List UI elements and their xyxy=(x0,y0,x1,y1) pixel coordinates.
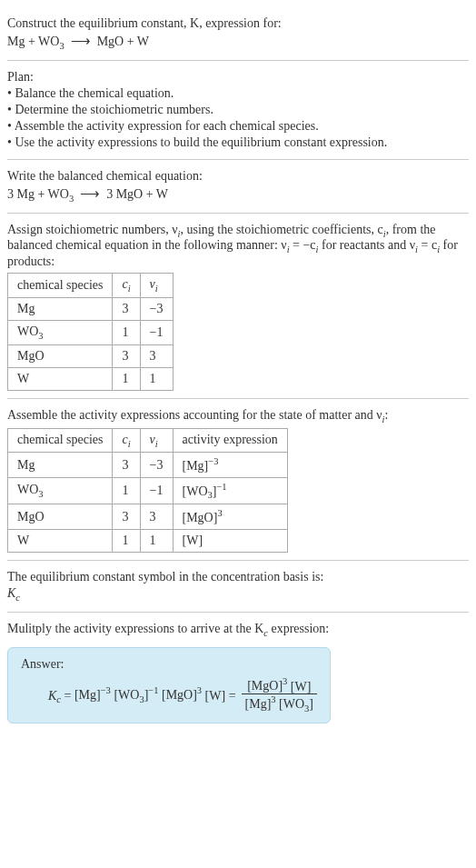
balanced-section: Write the balanced chemical equation: 3 … xyxy=(7,160,469,214)
activity-section: Assemble the activity expressions accoun… xyxy=(7,399,469,561)
answer-label: Answer: xyxy=(21,657,317,672)
balanced-sub: 3 xyxy=(69,194,74,204)
cell-nui: 1 xyxy=(140,530,173,553)
table-row: WO3 1 −1 [WO3]−1 xyxy=(8,478,288,504)
term: [MgO]3 xyxy=(162,688,202,702)
col-ci: ci xyxy=(113,428,140,453)
activity-text: : xyxy=(385,408,389,422)
header-label: chemical species xyxy=(17,433,103,446)
header-label: νi xyxy=(150,433,158,446)
cell-species: MgO xyxy=(8,344,113,367)
cell-species: WO3 xyxy=(8,478,113,504)
stoich-text: for reactants and ν xyxy=(318,238,415,252)
term: [WO3] xyxy=(279,697,313,711)
balanced-rhs: 3 MgO + W xyxy=(106,187,168,201)
stoich-section: Assign stoichiometric numbers, νi, using… xyxy=(7,214,469,399)
eq-rhs: MgO + W xyxy=(97,35,149,48)
term-sup: 3 xyxy=(197,686,202,696)
kc-expression: Kc = [Mg]−3 [WO3]−1 [MgO]3 [W] = [MgO]3 … xyxy=(48,677,317,713)
table-header-row: chemical species ci νi activity expressi… xyxy=(8,428,288,453)
cell-ci: 3 xyxy=(113,297,140,320)
cell-nui: −1 xyxy=(140,320,173,344)
table-row: Mg 3 −3 [Mg]−3 xyxy=(8,453,288,478)
cell-nui: −3 xyxy=(140,297,173,320)
term: [Mg]3 xyxy=(245,697,276,711)
symbol-intro: The equilibrium constant symbol in the c… xyxy=(7,570,469,584)
cell-species: WO3 xyxy=(8,320,113,344)
cell-activity: [W] xyxy=(173,530,287,553)
col-ci: ci xyxy=(113,274,140,298)
kc-sub: c xyxy=(15,593,20,603)
table-row: W 1 1 [W] xyxy=(8,530,288,553)
header-label: chemical species xyxy=(17,278,103,292)
header-label: νi xyxy=(150,277,158,291)
plan-item: • Balance the chemical equation. xyxy=(7,86,469,101)
kc-sub: c xyxy=(56,694,61,704)
term: [W] xyxy=(205,688,226,702)
cell-ci: 3 xyxy=(113,344,140,367)
stoich-text: Assign stoichiometric numbers, ν xyxy=(7,223,178,236)
cell-nui: 3 xyxy=(140,344,173,367)
fraction-numerator: [MgO]3 [W] xyxy=(242,677,317,695)
term: [MgO]3 xyxy=(247,679,287,693)
cell-activity: [MgO]3 xyxy=(173,504,287,530)
unbalanced-equation: Mg + WO3 ⟶ MgO + W xyxy=(7,33,469,51)
final-text: expression: xyxy=(268,622,329,635)
plan-item: • Use the activity expressions to build … xyxy=(7,135,469,150)
final-section: Mulitply the activity expressions to arr… xyxy=(7,613,469,731)
fraction-denominator: [Mg]3 [WO3] xyxy=(242,694,317,713)
cell-species: W xyxy=(8,367,113,390)
cell-species: Mg xyxy=(8,297,113,320)
term: [Mg]−3 xyxy=(74,688,111,702)
kc-k: K xyxy=(48,688,56,702)
cell-nui: −3 xyxy=(140,453,173,478)
activity-sup: −1 xyxy=(216,482,226,492)
cell-ci: 1 xyxy=(113,530,140,553)
col-nui: νi xyxy=(140,274,173,298)
cell-nui: 1 xyxy=(140,367,173,390)
col-species: chemical species xyxy=(8,274,113,298)
stoich-intro: Assign stoichiometric numbers, νi, using… xyxy=(7,223,469,270)
term-sup: −1 xyxy=(148,686,158,696)
cell-species: W xyxy=(8,530,113,553)
reaction-arrow-icon: ⟶ xyxy=(71,33,91,48)
term-sup: 3 xyxy=(283,677,287,687)
activity-base: [MgO] xyxy=(183,511,218,524)
table-row: WO3 1 −1 xyxy=(8,320,174,344)
term: [W] xyxy=(291,679,312,693)
activity-sup: 3 xyxy=(217,508,222,518)
table-row: W 1 1 xyxy=(8,367,174,390)
term-base: [Mg] xyxy=(245,697,272,711)
cell-ci: 3 xyxy=(113,504,140,530)
equals: = xyxy=(229,688,236,702)
plan-item: • Assemble the activity expression for e… xyxy=(7,119,469,134)
cell-species: MgO xyxy=(8,504,113,530)
cell-nui: −1 xyxy=(140,478,173,504)
eq-sub: 3 xyxy=(59,41,64,51)
stoich-text: = c xyxy=(418,238,437,252)
symbol-section: The equilibrium constant symbol in the c… xyxy=(7,561,469,613)
cell-activity: [WO3]−1 xyxy=(173,478,287,504)
reaction-arrow-icon: ⟶ xyxy=(80,185,100,201)
term-sup: −3 xyxy=(101,686,111,696)
term: [WO3]−1 xyxy=(114,688,158,702)
stoich-table: chemical species ci νi Mg 3 −3 WO3 1 −1 … xyxy=(7,273,174,391)
activity-table: chemical species ci νi activity expressi… xyxy=(7,428,288,554)
activity-intro: Assemble the activity expressions accoun… xyxy=(7,408,469,424)
final-text: Mulitply the activity expressions to arr… xyxy=(7,622,263,635)
cell-nui: 3 xyxy=(140,504,173,530)
cell-ci: 1 xyxy=(113,320,140,344)
activity-sup: −3 xyxy=(208,456,218,466)
kc-left: Kc = [Mg]−3 [WO3]−1 [MgO]3 [W] = xyxy=(48,686,236,704)
cell-ci: 1 xyxy=(113,478,140,504)
kc-k: K xyxy=(7,586,15,600)
table-row: MgO 3 3 xyxy=(8,344,174,367)
term-sup: 3 xyxy=(271,694,275,704)
col-activity: activity expression xyxy=(173,428,287,453)
table-row: MgO 3 3 [MgO]3 xyxy=(8,504,288,530)
stoich-text: = −c xyxy=(290,238,316,252)
header-label: ci xyxy=(122,277,130,291)
cell-species: Mg xyxy=(8,453,113,478)
balanced-intro: Write the balanced chemical equation: xyxy=(7,169,469,184)
kc-fraction: [MgO]3 [W] [Mg]3 [WO3] xyxy=(242,677,317,713)
